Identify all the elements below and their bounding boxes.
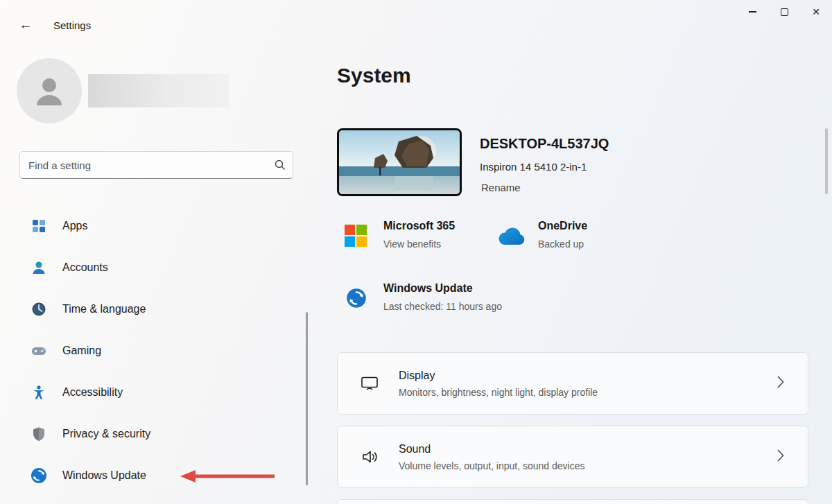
sidebar-item-accounts[interactable]: Accounts	[10, 248, 301, 287]
windows-update-icon	[346, 288, 367, 311]
windows-update-icon	[31, 467, 47, 484]
card-subtitle: Monitors, brightness, night light, displ…	[399, 387, 598, 398]
sidebar-item-label: Windows Update	[62, 469, 146, 482]
sidebar-item-time-language[interactable]: Time & language	[10, 290, 301, 329]
sidebar-scrollbar[interactable]	[306, 312, 308, 485]
chevron-right-icon	[777, 376, 784, 391]
view-benefits-link[interactable]: View benefits	[383, 238, 455, 250]
card-display[interactable]: Display Monitors, brightness, night ligh…	[337, 352, 808, 415]
windows-update-status: Windows Update Last checked: 11 hours ag…	[383, 282, 502, 312]
window-controls: ✕	[736, 0, 832, 24]
maximize-button[interactable]	[768, 0, 800, 24]
card-title: Sound	[399, 443, 585, 455]
sidebar-item-privacy-security[interactable]: Privacy & security	[10, 415, 301, 453]
chevron-right-icon	[777, 449, 784, 464]
onedrive-status: OneDrive Backed up	[538, 220, 587, 250]
search-icon[interactable]	[268, 159, 293, 171]
onedrive-icon	[496, 227, 526, 249]
sidebar-item-gaming[interactable]: Gaming	[10, 331, 301, 370]
page-title: System	[337, 64, 411, 87]
sidebar-item-label: Gaming	[62, 345, 101, 357]
card-sound[interactable]: Sound Volume levels, output, input, soun…	[337, 426, 808, 488]
device-name: DESKTOP-4L537JQ	[480, 136, 609, 152]
time-language-icon	[31, 301, 47, 318]
main-scrollbar[interactable]	[825, 128, 828, 194]
device-wallpaper-thumbnail	[337, 128, 462, 196]
sidebar-item-label: Accounts	[62, 261, 108, 274]
settings-window: ← Settings ✕	[0, 0, 832, 504]
windows-update-subtitle: Last checked: 11 hours ago	[383, 301, 502, 312]
card-title: Display	[399, 370, 598, 382]
back-button[interactable]: ←	[15, 15, 36, 35]
device-model: Inspiron 14 5410 2-in-1	[480, 161, 587, 173]
close-icon: ✕	[812, 6, 820, 17]
maximize-icon	[781, 8, 788, 16]
sidebar-item-label: Privacy & security	[62, 428, 150, 440]
onedrive-subtitle: Backed up	[538, 238, 587, 250]
window-title: Settings	[53, 19, 91, 31]
person-icon	[31, 72, 68, 110]
privacy-security-icon	[31, 426, 47, 442]
sidebar-item-label: Accessibility	[62, 386, 123, 399]
microsoft-365-title: Microsoft 365	[383, 220, 455, 232]
gaming-icon	[31, 342, 47, 359]
beach-photo	[339, 130, 460, 194]
microsoft-365-status: Microsoft 365 View benefits	[383, 220, 455, 250]
search-box	[19, 151, 293, 179]
onedrive-title: OneDrive	[538, 220, 587, 232]
sidebar-item-label: Apps	[62, 220, 87, 232]
sidebar-item-apps[interactable]: Apps	[10, 207, 301, 245]
display-icon	[361, 374, 379, 392]
sidebar-item-windows-update[interactable]: Windows Update	[10, 456, 301, 495]
avatar[interactable]	[17, 58, 82, 123]
accounts-icon	[31, 259, 47, 276]
accessibility-icon	[31, 384, 47, 401]
sidebar-item-label: Time & language	[62, 303, 146, 315]
sidebar-nav: Apps Accounts Time & language	[10, 207, 301, 498]
minimize-button[interactable]	[736, 0, 768, 24]
card-subtitle: Volume levels, output, input, sound devi…	[399, 460, 585, 471]
windows-update-title: Windows Update	[383, 282, 502, 295]
close-button[interactable]: ✕	[800, 0, 832, 24]
card-partial[interactable]	[337, 499, 808, 504]
minimize-icon	[749, 11, 756, 12]
card-text: Sound Volume levels, output, input, soun…	[399, 443, 585, 471]
titlebar: ← Settings ✕	[0, 0, 832, 39]
sidebar-item-accessibility[interactable]: Accessibility	[10, 373, 301, 412]
rename-button[interactable]: Rename	[481, 182, 521, 193]
search-input[interactable]	[20, 159, 268, 171]
user-name-redacted	[88, 74, 229, 107]
sound-icon	[361, 448, 379, 466]
microsoft-365-icon	[345, 225, 367, 250]
apps-icon	[31, 218, 47, 234]
card-text: Display Monitors, brightness, night ligh…	[399, 370, 598, 398]
